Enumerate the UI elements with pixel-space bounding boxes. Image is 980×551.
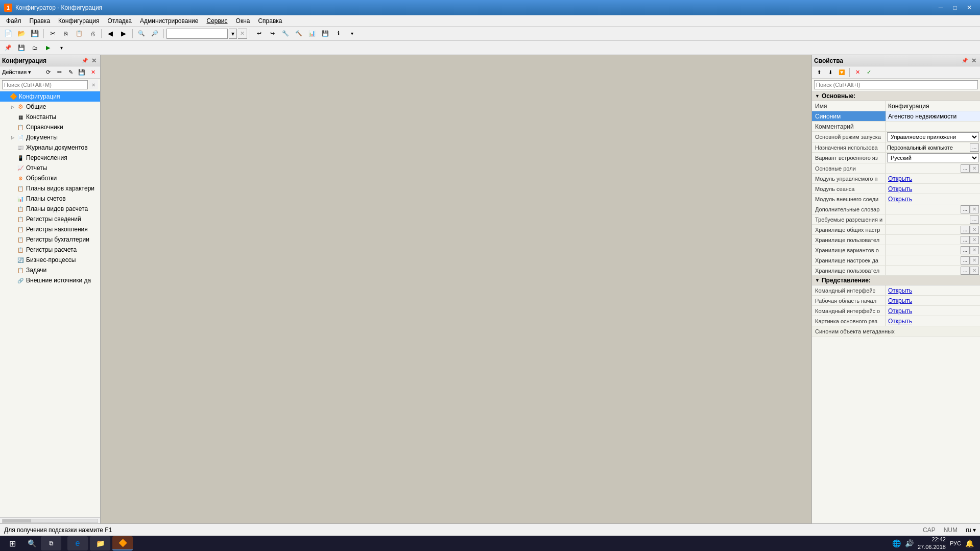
prop-btn-user-storage-clear[interactable]: ✕ (970, 236, 979, 244)
tb-paste[interactable]: 📋 (73, 28, 85, 39)
tree-item-enumerations[interactable]: 📱 Перечисления (0, 153, 100, 163)
task-view-button[interactable]: ⧉ (41, 536, 61, 550)
prop-link-session-module[interactable]: Открыть (888, 185, 912, 193)
rp-filter[interactable]: 🔽 (836, 68, 847, 77)
menu-service[interactable]: Сервис (202, 15, 231, 26)
prop-input-comment[interactable] (888, 123, 978, 130)
tree-item-account-plans[interactable]: 📊 Планы счетов (0, 194, 100, 204)
prop-btn-report-variants-clear[interactable]: ✕ (970, 246, 979, 254)
taskbar-1c-button[interactable]: 🔶 (112, 536, 133, 550)
prop-input-synonym[interactable] (888, 113, 978, 120)
prop-btn-roles-open[interactable]: ... (961, 164, 970, 173)
tree-item-doc-journals[interactable]: 📰 Журналы документов (0, 142, 100, 153)
taskbar-explorer-button[interactable]: 📁 (90, 536, 110, 550)
search-clear[interactable]: ✕ (238, 29, 247, 39)
tb-search2[interactable]: 🔎 (149, 28, 161, 39)
tree-item-tasks[interactable]: 📋 Задачи (0, 265, 100, 275)
tree-item-accum-registers[interactable]: 📋 Регистры накопления (0, 224, 100, 234)
prop-btn-user-storage-open[interactable]: ... (961, 236, 970, 244)
tree-item-info-registers[interactable]: 📋 Регистры сведений (0, 214, 100, 224)
right-panel-pin[interactable]: 📌 (962, 58, 968, 63)
tray-network-icon[interactable]: 🌐 (892, 539, 901, 547)
tb-new[interactable]: 📄 (2, 28, 14, 39)
tb-b2[interactable]: 🔨 (293, 28, 305, 39)
prop-link-cmd-interface2[interactable]: Открыть (888, 307, 912, 315)
prop-btn-roles-clear[interactable]: ✕ (970, 164, 979, 173)
tb2-more[interactable]: ▾ (55, 42, 67, 54)
tb-b5[interactable]: ℹ (332, 28, 345, 39)
menu-help[interactable]: Справка (254, 15, 286, 26)
tb-save[interactable]: 💾 (29, 28, 41, 39)
panel-edit1[interactable]: ✏ (54, 68, 64, 77)
panel-edit2[interactable]: ✎ (65, 68, 76, 77)
tb-undo[interactable]: ↩ (253, 28, 265, 39)
tree-item-references[interactable]: 📋 Справочники (0, 122, 100, 132)
tb-b4[interactable]: 💾 (319, 28, 331, 39)
tree-item-configuration[interactable]: 🔶 Конфигурация (0, 91, 100, 102)
prop-btn-user-storage2-clear[interactable]: ✕ (970, 267, 979, 275)
panel-save[interactable]: 💾 (77, 68, 87, 77)
tree-item-acc-registers[interactable]: 📋 Регистры бухгалтерии (0, 234, 100, 245)
tb-print[interactable]: 🖨 (86, 28, 99, 39)
menu-administration[interactable]: Администрирование (136, 15, 202, 26)
tb-b3[interactable]: 📊 (306, 28, 318, 39)
right-panel-close[interactable]: ✕ (970, 57, 978, 65)
tree-item-calc-plans[interactable]: 📋 Планы видов расчета (0, 204, 100, 214)
prop-link-ext-module[interactable]: Открыть (888, 196, 912, 203)
tb2-b2[interactable]: 💾 (15, 42, 28, 54)
start-button[interactable]: ⊞ (2, 536, 22, 550)
taskbar-clock[interactable]: 22:42 27.06.2018 (918, 536, 946, 551)
tb-b1[interactable]: 🔧 (279, 28, 292, 39)
tb-forward[interactable]: ▶ (117, 28, 130, 39)
minimize-button[interactable]: ─ (934, 3, 947, 13)
tb-back[interactable]: ◀ (104, 28, 116, 39)
rp-cancel[interactable]: ✕ (852, 68, 863, 77)
prop-btn-extra-dict-clear[interactable]: ✕ (970, 205, 979, 213)
tb-redo[interactable]: ↪ (266, 28, 278, 39)
tb2-b1[interactable]: 📌 (2, 42, 14, 54)
section-presentation-collapse[interactable]: ▼ (815, 278, 820, 283)
tree-item-constants[interactable]: ▦ Константы (0, 112, 100, 122)
rp-sort-asc[interactable]: ⬆ (814, 68, 824, 77)
tb-cut[interactable]: ✂ (46, 28, 59, 39)
prop-select-launch-mode[interactable]: Управляемое приложени (887, 132, 979, 141)
taskbar-lang[interactable]: РУС (950, 540, 961, 546)
menu-debug[interactable]: Отладка (104, 15, 136, 26)
tb-more[interactable]: ▾ (346, 28, 358, 39)
rp-ok[interactable]: ✓ (864, 68, 874, 77)
prop-select-lang-variant[interactable]: Русский (887, 153, 979, 162)
prop-link-workspace[interactable]: Открыть (888, 297, 912, 304)
actions-dropdown[interactable]: Действия ▾ (2, 69, 31, 76)
prop-btn-usage-open[interactable]: ... (970, 143, 979, 152)
panel-refresh[interactable]: ⟳ (43, 68, 53, 77)
prop-btn-permissions-open[interactable]: ... (970, 215, 979, 224)
prop-btn-data-settings-open[interactable]: ... (961, 256, 970, 265)
prop-btn-common-storage-clear[interactable]: ✕ (970, 226, 979, 234)
tree-item-biz-processes[interactable]: 🔄 Бизнес-процессы (0, 255, 100, 265)
tb-copy[interactable]: ⎘ (60, 28, 72, 39)
prop-btn-report-variants-open[interactable]: ... (961, 246, 970, 254)
taskbar-edge-button[interactable]: e (67, 536, 88, 550)
tree-item-documents[interactable]: ▷ 📄 Документы (0, 132, 100, 142)
tb2-b4[interactable]: ▶ (42, 42, 54, 54)
left-panel-scrollbar[interactable] (0, 517, 100, 523)
taskbar-notify-icon[interactable]: 🔔 (965, 539, 974, 547)
prop-link-cmd-interface[interactable]: Открыть (888, 287, 912, 294)
prop-value-synonym[interactable] (886, 111, 980, 121)
tree-item-reports[interactable]: 📈 Отчеты (0, 163, 100, 173)
prop-btn-common-storage-open[interactable]: ... (961, 226, 970, 234)
close-button[interactable]: ✕ (963, 3, 976, 13)
toolbar-search-input[interactable] (166, 29, 228, 39)
prop-link-main-image[interactable]: Открыть (888, 318, 912, 325)
left-panel-close[interactable]: ✕ (90, 57, 98, 65)
status-lang[interactable]: ru ▾ (966, 526, 976, 534)
taskbar-search-button[interactable]: 🔍 (25, 536, 39, 550)
menu-file[interactable]: Файл (2, 15, 26, 26)
tree-item-processing[interactable]: ⚙ Обработки (0, 173, 100, 183)
prop-btn-data-settings-clear[interactable]: ✕ (970, 256, 979, 265)
maximize-button[interactable]: □ (948, 3, 962, 13)
tb2-b3[interactable]: 🗂 (29, 42, 41, 54)
tree-search-clear[interactable]: ✕ (89, 80, 98, 89)
search-dropdown[interactable]: ▾ (229, 29, 237, 39)
pin-icon[interactable]: 📌 (82, 58, 88, 63)
